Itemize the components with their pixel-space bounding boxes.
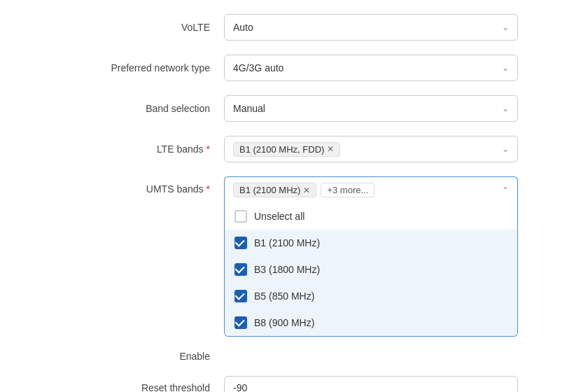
preferred-network-label: Preferred network type — [70, 62, 224, 74]
lte-bands-chevron-icon: ⌄ — [502, 144, 509, 154]
checkbox-unselect-all[interactable] — [234, 210, 247, 223]
volte-control: Auto ⌄ — [224, 14, 518, 41]
band-selection-chevron-icon: ⌄ — [502, 104, 509, 113]
volte-select[interactable]: Auto ⌄ — [224, 14, 518, 41]
dropdown-item-b5-label: B5 (850 MHz) — [254, 290, 314, 302]
umts-bands-select[interactable]: B1 (2100 MHz) ✕ +3 more... ⌃ — [224, 176, 518, 203]
umts-bands-label: UMTS bands * — [70, 176, 224, 195]
dropdown-item-b1-label: B1 (2100 MHz) — [254, 237, 320, 248]
lte-bands-control: B1 (2100 MHz, FDD) ✕ ⌄ — [224, 136, 518, 162]
lte-bands-required-star: * — [206, 144, 210, 155]
preferred-network-select[interactable]: 4G/3G auto ⌄ — [224, 55, 518, 81]
dropdown-item-b3[interactable]: B3 (1800 MHz) — [225, 256, 517, 283]
volte-row: VoLTE Auto ⌄ — [70, 14, 518, 41]
lte-bands-label: LTE bands * — [70, 144, 224, 155]
volte-label: VoLTE — [70, 22, 224, 33]
band-selection-control: Manual ⌄ — [224, 95, 518, 122]
checkbox-b5[interactable] — [234, 290, 247, 302]
lte-band-tag-b1: B1 (2100 MHz, FDD) ✕ — [233, 142, 340, 157]
umts-band-tag-b1-remove[interactable]: ✕ — [303, 186, 310, 195]
checkbox-b1[interactable] — [234, 237, 247, 249]
preferred-network-chevron-icon: ⌄ — [502, 63, 509, 73]
dropdown-item-unselect-all[interactable]: Unselect all — [225, 203, 517, 230]
umts-bands-tags: B1 (2100 MHz) ✕ +3 more... — [233, 183, 374, 197]
dropdown-item-b8-label: B8 (900 MHz) — [254, 317, 314, 328]
dropdown-item-b3-label: B3 (1800 MHz) — [254, 264, 320, 275]
umts-bands-row: UMTS bands * B1 (2100 MHz) ✕ +3 more... … — [70, 176, 518, 337]
dropdown-item-b5[interactable]: B5 (850 MHz) — [225, 283, 517, 309]
lte-band-tag-b1-label: B1 (2100 MHz, FDD) — [239, 144, 324, 155]
volte-value: Auto — [233, 22, 253, 33]
umts-bands-required-star: * — [206, 183, 210, 195]
checkbox-b3[interactable] — [234, 263, 247, 276]
lte-bands-tags: B1 (2100 MHz, FDD) ✕ — [233, 142, 340, 157]
dropdown-item-b8[interactable]: B8 (900 MHz) — [225, 309, 517, 336]
lte-bands-select[interactable]: B1 (2100 MHz, FDD) ✕ ⌄ — [224, 136, 518, 162]
preferred-network-row: Preferred network type 4G/3G auto ⌄ — [70, 55, 518, 81]
umts-bands-control: B1 (2100 MHz) ✕ +3 more... ⌃ Unselect al… — [224, 176, 518, 337]
reset-threshold-row: Reset threshold — [70, 376, 518, 392]
dropdown-item-unselect-all-label: Unselect all — [254, 211, 304, 222]
dropdown-item-b1[interactable]: B1 (2100 MHz) — [225, 230, 517, 256]
umts-band-tag-b1-label: B1 (2100 MHz) — [239, 185, 300, 195]
reset-threshold-label: Reset threshold — [70, 382, 224, 392]
umts-bands-dropdown: Unselect all B1 (2100 MHz) B3 (1800 MHz)… — [224, 203, 518, 337]
reset-threshold-control — [224, 376, 518, 392]
band-selection-select[interactable]: Manual ⌄ — [224, 95, 518, 122]
band-selection-value: Manual — [233, 103, 265, 114]
umts-bands-chevron-icon: ⌃ — [502, 186, 509, 195]
checkbox-b8[interactable] — [234, 316, 247, 329]
preferred-network-value: 4G/3G auto — [233, 62, 284, 74]
lte-bands-row: LTE bands * B1 (2100 MHz, FDD) ✕ ⌄ — [70, 136, 518, 162]
band-selection-label: Band selection — [70, 103, 224, 114]
enable-label: Enable — [70, 351, 224, 362]
reset-threshold-input[interactable] — [224, 376, 518, 392]
enable-row: Enable — [70, 351, 518, 362]
preferred-network-control: 4G/3G auto ⌄ — [224, 55, 518, 81]
volte-chevron-icon: ⌄ — [502, 22, 509, 32]
umts-bands-more-tag[interactable]: +3 more... — [321, 183, 374, 197]
settings-form: VoLTE Auto ⌄ Preferred network type 4G/3… — [70, 14, 518, 392]
lte-band-tag-b1-remove[interactable]: ✕ — [327, 145, 334, 153]
band-selection-row: Band selection Manual ⌄ — [70, 95, 518, 122]
umts-band-tag-b1: B1 (2100 MHz) ✕ — [233, 183, 316, 197]
